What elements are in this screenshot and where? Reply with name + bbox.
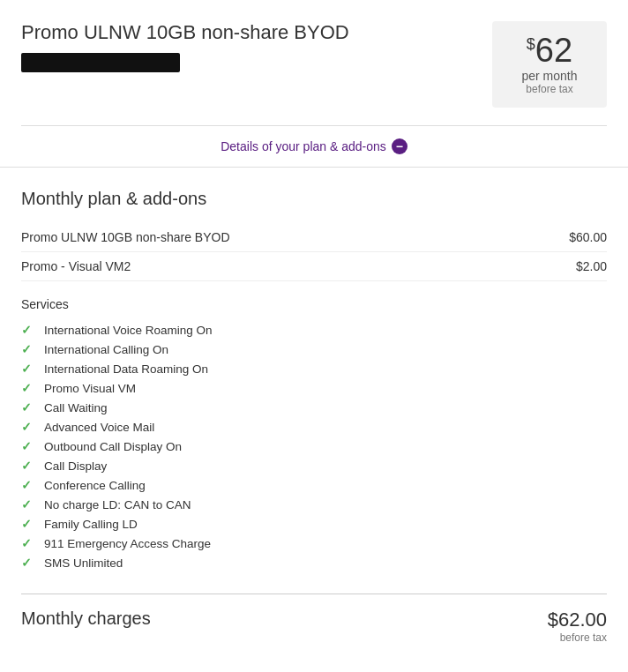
check-icon: ✓ [21, 497, 35, 511]
plan-line-name-2: Promo - Visual VM2 [21, 259, 131, 273]
price-superscript: $ [527, 35, 535, 53]
monthly-charges-right: $62.00 before tax [548, 609, 607, 644]
plan-info: Promo ULNW 10GB non-share BYOD [21, 21, 349, 72]
check-icon: ✓ [21, 459, 35, 473]
service-item: ✓Call Waiting [21, 398, 607, 417]
service-item: ✓Promo Visual VM [21, 378, 607, 398]
service-name: 911 Emergency Access Charge [44, 537, 211, 550]
details-toggle-link[interactable]: Details of your plan & add-ons − [221, 138, 407, 154]
price-display: $62 [512, 34, 587, 67]
plan-line-name-1: Promo ULNW 10GB non-share BYOD [21, 230, 230, 244]
service-item: ✓Advanced Voice Mail [21, 417, 607, 437]
service-name: International Data Roaming On [44, 362, 208, 376]
check-icon: ✓ [21, 420, 35, 434]
service-item: ✓SMS Unlimited [21, 553, 607, 572]
check-icon: ✓ [21, 400, 35, 414]
check-icon: ✓ [21, 536, 35, 550]
check-icon: ✓ [21, 381, 35, 395]
service-name: Outbound Call Display On [44, 440, 182, 453]
service-item: ✓International Calling On [21, 340, 607, 359]
service-name: Family Calling LD [44, 518, 138, 531]
service-name: SMS Unlimited [44, 556, 123, 570]
toggle-minus-icon: − [392, 138, 407, 154]
check-icon: ✓ [21, 342, 35, 356]
price-value: 62 [535, 32, 572, 69]
check-icon: ✓ [21, 556, 35, 570]
services-label: Services [21, 297, 607, 311]
redacted-bar [21, 53, 180, 72]
monthly-charges-amount: $62.00 [548, 609, 607, 631]
plan-line-item-1: Promo ULNW 10GB non-share BYOD $60.00 [21, 223, 607, 252]
details-toggle-section: Details of your plan & add-ons − [0, 126, 628, 168]
monthly-charges-tax: before tax [548, 631, 607, 644]
service-name: Call Display [44, 459, 107, 473]
service-item: ✓International Data Roaming On [21, 359, 607, 378]
check-icon: ✓ [21, 517, 35, 531]
price-box: $62 per month before tax [492, 21, 607, 108]
check-icon: ✓ [21, 362, 35, 376]
per-month-label: per month [512, 69, 587, 83]
service-name: International Voice Roaming On [44, 324, 213, 337]
service-item: ✓No charge LD: CAN to CAN [21, 495, 607, 514]
main-content: Monthly plan & add-ons Promo ULNW 10GB n… [0, 168, 628, 665]
services-list: ✓International Voice Roaming On✓Internat… [21, 320, 607, 572]
service-item: ✓Call Display [21, 456, 607, 475]
service-name: Advanced Voice Mail [44, 421, 154, 434]
plan-line-price-1: $60.00 [569, 230, 607, 244]
before-tax-label: before tax [512, 83, 587, 95]
service-name: Conference Calling [44, 479, 146, 492]
monthly-charges-section: Monthly charges $62.00 before tax [21, 594, 607, 644]
service-name: Call Waiting [44, 401, 108, 414]
check-icon: ✓ [21, 323, 35, 337]
service-name: No charge LD: CAN to CAN [44, 498, 191, 511]
header-section: Promo ULNW 10GB non-share BYOD $62 per m… [0, 0, 628, 125]
service-item: ✓International Voice Roaming On [21, 320, 607, 340]
service-item: ✓Family Calling LD [21, 514, 607, 534]
service-name: Promo Visual VM [44, 382, 136, 395]
plan-line-price-2: $2.00 [576, 259, 607, 273]
monthly-charges-label: Monthly charges [21, 609, 151, 629]
monthly-plan-title: Monthly plan & add-ons [21, 189, 607, 209]
service-item: ✓Conference Calling [21, 475, 607, 495]
plan-line-item-2: Promo - Visual VM2 $2.00 [21, 252, 607, 281]
check-icon: ✓ [21, 478, 35, 492]
service-name: International Calling On [44, 343, 168, 356]
service-item: ✓Outbound Call Display On [21, 437, 607, 456]
check-icon: ✓ [21, 439, 35, 453]
plan-title: Promo ULNW 10GB non-share BYOD [21, 21, 349, 44]
details-toggle-label: Details of your plan & add-ons [221, 139, 386, 153]
service-item: ✓911 Emergency Access Charge [21, 534, 607, 553]
